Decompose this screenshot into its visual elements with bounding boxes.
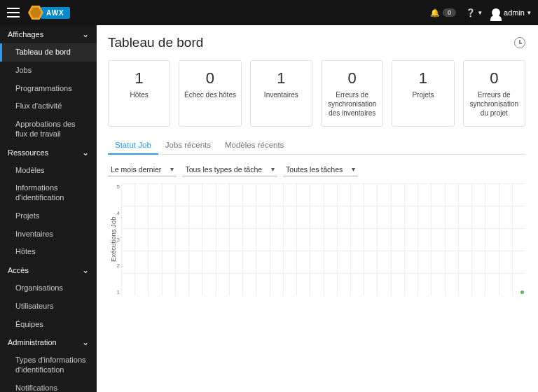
card-value: 1 — [396, 69, 449, 88]
notification-badge: 0 — [443, 8, 456, 17]
nav-group-label: Accès — [8, 266, 29, 274]
grid-row — [121, 206, 525, 228]
page-title: Tableau de bord — [108, 35, 203, 50]
nav-group-header[interactable]: Administration⌄ — [0, 333, 97, 351]
filter-dropdown[interactable]: Tous les types de tâche — [182, 163, 277, 176]
sidebar-item[interactable]: Inventaires — [0, 225, 97, 244]
chart-area: 54321 — [121, 183, 525, 295]
sidebar-item[interactable]: Approbations des flux de travail — [0, 115, 97, 144]
help-icon: ❔ — [466, 8, 476, 18]
y-tick: 3 — [111, 237, 120, 243]
summary-card[interactable]: 1Inventaires — [250, 60, 312, 127]
tabs: Statut JobJobs récentsModèles récents — [108, 136, 525, 155]
chevron-down-icon: ⌄ — [82, 265, 89, 275]
card-label: Inventaires — [255, 90, 308, 99]
grid-row — [121, 228, 525, 251]
nav-group-label: Administration — [8, 338, 57, 346]
y-tick: 4 — [111, 210, 120, 216]
username-label: admin — [504, 8, 525, 17]
tab[interactable]: Jobs récents — [158, 136, 218, 155]
sidebar-item[interactable]: Projets — [0, 207, 97, 225]
summary-card[interactable]: 0Erreurs de synchronisation du projet — [463, 60, 525, 127]
grid-row — [121, 251, 525, 273]
card-label: Erreurs de synchronisation des inventair… — [326, 90, 378, 118]
help-menu[interactable]: ❔ ▾ — [466, 8, 482, 18]
chart-data-point — [520, 290, 524, 294]
summary-card[interactable]: 1Hôtes — [108, 60, 170, 127]
sidebar-item[interactable]: Hôtes — [0, 243, 97, 261]
history-icon[interactable] — [514, 37, 525, 48]
card-label: Erreurs de synchronisation du projet — [468, 90, 520, 118]
nav-group-header[interactable]: Affichages⌄ — [0, 25, 97, 43]
sidebar-item[interactable]: Utilisateurs — [0, 298, 97, 316]
y-tick: 2 — [111, 262, 120, 269]
sidebar-item[interactable]: Notifications — [0, 379, 97, 392]
card-label: Hôtes — [113, 90, 165, 99]
topbar: AWX 🔔 0 ❔ ▾ admin ▾ — [0, 0, 538, 25]
chevron-down-icon: ⌄ — [82, 29, 89, 39]
nav-group-label: Ressources — [8, 148, 48, 157]
filter-dropdown[interactable]: Le mois dernier — [108, 163, 177, 176]
summary-card[interactable]: 0Échec des hôtes — [179, 60, 241, 127]
card-value: 1 — [255, 69, 308, 88]
tab[interactable]: Statut Job — [108, 136, 158, 155]
sidebar-item[interactable]: Équipes — [0, 316, 97, 334]
card-value: 1 — [113, 69, 165, 88]
nav-group-header[interactable]: Ressources⌄ — [0, 144, 97, 162]
grid-row — [121, 273, 525, 295]
sidebar-item[interactable]: Flux d'activité — [0, 97, 97, 115]
sidebar-item[interactable]: Informations d'identification — [0, 179, 97, 207]
user-menu[interactable]: admin ▾ — [492, 8, 531, 17]
logo-text: AWX — [41, 7, 70, 19]
y-tick: 5 — [111, 183, 120, 190]
card-value: 0 — [184, 69, 236, 88]
menu-toggle-button[interactable] — [7, 8, 20, 18]
summary-card[interactable]: 0Erreurs de synchronisation des inventai… — [321, 60, 383, 127]
y-tick: 1 — [111, 289, 120, 295]
sidebar-item[interactable]: Modèles — [0, 162, 97, 180]
chevron-down-icon: ⌄ — [82, 148, 89, 158]
chart-y-ticks: 54321 — [111, 183, 120, 295]
chevron-down-icon: ▾ — [527, 9, 531, 16]
user-icon — [492, 8, 500, 17]
sidebar: Affichages⌄Tableau de bordJobsProgrammat… — [0, 25, 97, 392]
bell-icon: 🔔 — [430, 8, 440, 18]
sidebar-item[interactable]: Tableau de bord — [0, 43, 97, 62]
chevron-down-icon: ⌄ — [82, 337, 89, 347]
tab[interactable]: Modèles récents — [218, 136, 291, 155]
chart-grid — [121, 183, 525, 295]
sidebar-item[interactable]: Types d'informations d'identification — [0, 351, 97, 379]
chevron-down-icon: ▾ — [478, 9, 482, 16]
chart-filters: Le mois dernierTous les types de tâcheTo… — [108, 163, 525, 176]
sidebar-item[interactable]: Programmations — [0, 80, 97, 98]
sidebar-item[interactable]: Jobs — [0, 62, 97, 80]
nav-group-label: Affichages — [8, 30, 43, 38]
logo[interactable]: AWX — [28, 5, 70, 20]
summary-card[interactable]: 1Projets — [392, 60, 454, 127]
grid-row — [121, 183, 525, 206]
filter-dropdown[interactable]: Toutes les tâches — [283, 163, 358, 176]
card-value: 0 — [326, 69, 378, 88]
summary-cards: 1Hôtes0Échec des hôtes1Inventaires0Erreu… — [108, 60, 525, 127]
main-content: Tableau de bord 1Hôtes0Échec des hôtes1I… — [97, 25, 538, 392]
job-status-chart: Exécutions Job 54321 — [108, 183, 525, 295]
card-label: Échec des hôtes — [184, 90, 236, 99]
nav-group-header[interactable]: Accès⌄ — [0, 261, 97, 279]
sidebar-item[interactable]: Organisations — [0, 279, 97, 298]
card-value: 0 — [468, 69, 520, 88]
card-label: Projets — [396, 90, 449, 99]
notifications-button[interactable]: 🔔 0 — [430, 8, 456, 18]
